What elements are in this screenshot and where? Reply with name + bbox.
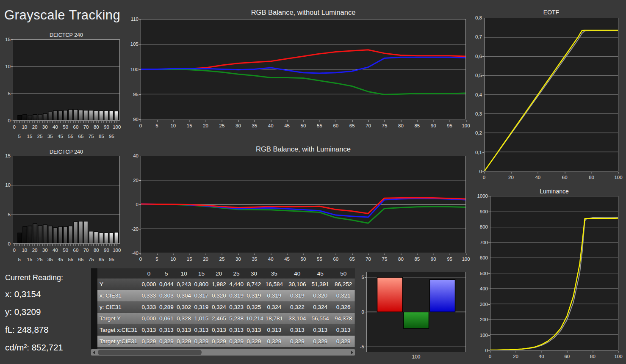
scrollbar-track[interactable] <box>97 349 349 356</box>
grayscale-bar <box>58 111 63 120</box>
eotf-plot[interactable] <box>484 18 618 171</box>
minor-tick <box>114 121 114 123</box>
table-scrollbar[interactable] <box>91 349 355 356</box>
table-column-header: 15 <box>193 268 210 279</box>
rgb-bars-y-axis: 50-5 <box>357 272 366 352</box>
table-cell: 86,252 <box>332 279 355 290</box>
rgb-bars-plot[interactable] <box>366 272 466 352</box>
table-cell: 16,584 <box>263 279 285 290</box>
table-cell: 0,313 <box>309 324 332 336</box>
minor-tick <box>83 121 84 123</box>
grayscale-bar <box>33 115 37 120</box>
minor-tick <box>99 244 99 246</box>
x-tick-label: 70 <box>366 123 371 128</box>
minor-tick <box>19 244 19 246</box>
x-tick-label: 35 <box>47 257 53 262</box>
y-tick-label: 5 <box>362 275 364 280</box>
y-tick-label: 600 <box>480 255 488 260</box>
scrollbar-thumb[interactable] <box>98 350 202 355</box>
minor-tick <box>104 244 104 246</box>
minor-tick <box>53 244 53 246</box>
x-tick-label: 0 <box>483 175 485 180</box>
y-tick-label: 15 <box>5 37 11 42</box>
minor-tick <box>60 244 61 246</box>
table-row-label: x: CIE31 <box>97 290 140 301</box>
x-tick-label: 40 <box>535 175 540 180</box>
minor-tick <box>35 244 35 246</box>
x-tick-label: 10 <box>22 124 27 130</box>
table-cell: 0,329 <box>227 336 245 347</box>
table-cell: 0,000 <box>140 313 158 324</box>
de-top-plot[interactable] <box>13 39 120 121</box>
x-tick-label: 90 <box>431 123 436 128</box>
table-column-header: 20 <box>210 268 227 279</box>
minor-tick <box>106 121 107 123</box>
rgb-with-luminance-plot[interactable] <box>141 156 466 253</box>
minor-tick <box>40 121 40 123</box>
y-tick-label: 0 <box>8 118 11 123</box>
x-tick-label: 10 <box>170 123 176 128</box>
current-reading-fl: fL: 248,878 <box>5 325 63 335</box>
grayscale-bar <box>94 232 98 244</box>
x-tick-label: 20 <box>32 248 38 253</box>
y-tick-label: -5 <box>360 344 364 349</box>
y-tick-label: 110 <box>131 17 138 22</box>
rgb-with-y-axis: 40200-20-40 <box>126 156 141 253</box>
grayscale-bar <box>79 110 83 120</box>
x-tick-label: 35 <box>47 134 53 139</box>
minor-tick <box>17 121 17 123</box>
grayscale-bar <box>58 226 63 243</box>
table-cell: 1,982 <box>210 279 227 290</box>
grayscale-bar <box>64 226 68 243</box>
x-tick-label: 45 <box>284 123 290 128</box>
minor-tick <box>89 121 89 123</box>
x-tick-label: 15 <box>187 123 192 128</box>
x-tick-label: 55 <box>68 257 73 262</box>
table-column-header: 30 <box>245 268 263 279</box>
minor-tick <box>68 121 68 123</box>
table-cell: 33,104 <box>286 313 309 324</box>
y-tick-label: 800 <box>480 224 488 229</box>
table-cell: 0,329 <box>193 336 210 347</box>
minor-tick <box>111 121 112 123</box>
x-tick-label: 20 <box>203 256 208 262</box>
x-tick-label: 40 <box>268 123 274 128</box>
series-blue-line <box>141 199 465 217</box>
de-top-y-axis: 151050 <box>1 39 13 121</box>
eotf-canvas <box>485 18 618 171</box>
scroll-right-button[interactable] <box>349 349 355 356</box>
table-cell: 0,320 <box>309 290 332 301</box>
page-title: Grayscale Tracking <box>4 8 120 23</box>
table-cell: 0,313 <box>140 324 158 336</box>
grayscale-bar <box>23 114 27 120</box>
minor-tick <box>78 244 78 246</box>
minor-tick <box>29 121 30 123</box>
x-tick-label: 75 <box>382 256 388 262</box>
minor-tick <box>14 244 14 246</box>
y-tick-label: -40 <box>131 251 138 256</box>
table-cell: 94,378 <box>332 313 355 324</box>
table-cell: 0,322 <box>286 301 309 313</box>
x-tick-label: 0 <box>13 124 15 130</box>
rgb-without-luminance-plot[interactable] <box>141 19 466 119</box>
x-tick-label: 25 <box>37 257 43 262</box>
scroll-left-button[interactable] <box>91 349 97 356</box>
minor-tick <box>111 244 112 246</box>
red-bar <box>377 277 403 312</box>
de-bottom-chart-title: DEICTCP 240 <box>13 149 120 155</box>
luminance-plot[interactable] <box>490 196 618 350</box>
grayscale-bar <box>33 223 37 243</box>
table-cell: 0,329 <box>245 336 263 347</box>
minor-tick <box>81 121 81 123</box>
grayscale-bar <box>89 110 93 120</box>
minor-tick <box>42 121 43 123</box>
minor-tick <box>83 244 84 246</box>
table-cell: 0,329 <box>263 336 285 347</box>
luminance-x-axis: 020406080100 <box>490 353 618 358</box>
de-bottom-plot[interactable] <box>13 156 120 244</box>
x-tick-label: 70 <box>83 124 89 130</box>
minor-tick <box>27 244 27 246</box>
minor-tick <box>68 244 68 246</box>
minor-tick <box>55 121 55 123</box>
minor-tick <box>106 244 107 246</box>
